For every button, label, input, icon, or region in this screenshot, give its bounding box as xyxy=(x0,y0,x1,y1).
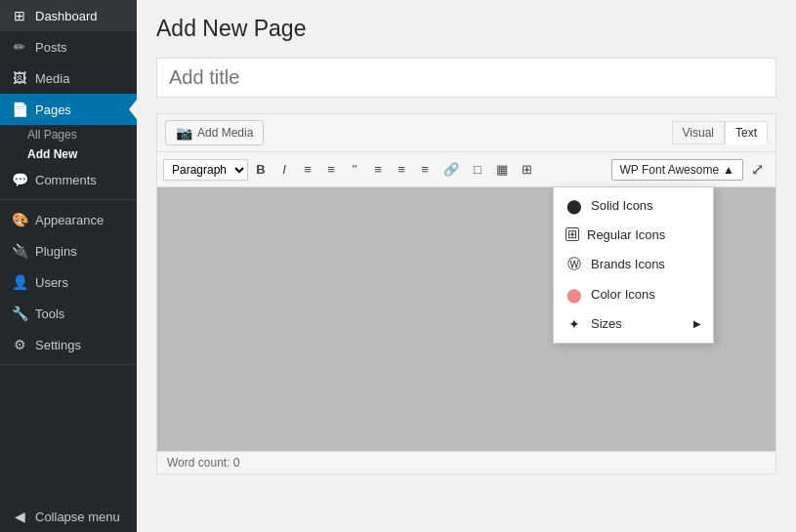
pages-icon: 📄 xyxy=(12,102,27,117)
sidebar-label-users: Users xyxy=(35,275,68,290)
color-icons-label: Color Icons xyxy=(591,287,655,302)
align-center-button[interactable]: ≡ xyxy=(391,158,412,181)
sidebar-item-pages[interactable]: 📄 Pages xyxy=(0,94,137,125)
sidebar-item-settings[interactable]: ⚙ Settings xyxy=(0,329,137,360)
regular-icons-icon: ⊞ xyxy=(566,227,579,241)
align-right-button[interactable]: ≡ xyxy=(414,158,436,181)
sidebar-item-tools[interactable]: 🔧 Tools xyxy=(0,298,137,329)
wp-fa-arrow-icon: ▲ xyxy=(723,163,734,177)
image-button[interactable]: □ xyxy=(467,158,488,181)
tab-visual-label: Visual xyxy=(683,126,714,140)
sidebar-sub-all-pages[interactable]: All Pages xyxy=(0,125,137,144)
toolbar: Paragraph B I ≡ ≡ " ≡ ≡ ≡ 🔗 □ ▦ ⊞ WP Fon… xyxy=(157,152,775,187)
settings-icon: ⚙ xyxy=(12,337,27,352)
more-button[interactable]: ⊞ xyxy=(516,158,538,181)
dropdown-item-regular-icons[interactable]: ⊞ Regular Icons xyxy=(554,221,713,249)
dashboard-icon: ⊞ xyxy=(12,8,27,23)
content-area: Add New Page 📷 Add Media Visual Text xyxy=(137,0,796,532)
color-icons-icon: ⬤ xyxy=(566,287,583,303)
blockquote-button[interactable]: " xyxy=(344,158,365,181)
posts-icon: ✏ xyxy=(12,39,27,55)
fullscreen-button[interactable]: ⤢ xyxy=(745,156,770,183)
editor-wrapper: 📷 Add Media Visual Text Paragraph B xyxy=(156,113,776,474)
sidebar-label-tools: Tools xyxy=(35,307,64,321)
add-media-button[interactable]: 📷 Add Media xyxy=(165,120,264,145)
brands-icons-label: Brands Icons xyxy=(591,257,665,271)
wp-font-awesome-button[interactable]: WP Font Awesome ▲ xyxy=(611,159,744,181)
sidebar-sub-label-add-new: Add New xyxy=(27,147,77,161)
ordered-list-button[interactable]: ≡ xyxy=(320,158,342,181)
users-icon: 👤 xyxy=(12,274,27,290)
regular-icons-label: Regular Icons xyxy=(587,227,665,242)
tab-text-label: Text xyxy=(735,126,757,140)
dropdown-item-color-icons[interactable]: ⬤ Color Icons xyxy=(554,280,713,309)
comments-icon: 💬 xyxy=(12,172,27,187)
sizes-icon: ✦ xyxy=(566,316,583,332)
sizes-label: Sizes xyxy=(591,316,622,331)
sidebar-label-appearance: Appearance xyxy=(35,213,104,227)
main-content: Add New Page 📷 Add Media Visual Text xyxy=(137,0,796,532)
sidebar-item-plugins[interactable]: 🔌 Plugins xyxy=(0,235,137,266)
sidebar-label-media: Media xyxy=(35,71,69,86)
sidebar-item-users[interactable]: 👤 Users xyxy=(0,266,137,298)
page-title-input[interactable] xyxy=(156,58,776,98)
sizes-arrow-icon: ▶ xyxy=(693,318,701,329)
solid-icons-icon: ⬤ xyxy=(566,198,583,214)
sidebar-item-media[interactable]: 🖼 Media xyxy=(0,62,137,94)
sidebar-label-settings: Settings xyxy=(35,338,81,352)
word-count-bar: Word count: 0 xyxy=(157,451,775,473)
brands-icons-icon: Ⓦ xyxy=(566,256,583,273)
sidebar-label-dashboard: Dashboard xyxy=(35,9,98,23)
plugins-icon: 🔌 xyxy=(12,243,27,259)
sidebar: ⊞ Dashboard ✏ Posts 🖼 Media 📄 Pages All … xyxy=(0,0,137,532)
sidebar-label-comments: Comments xyxy=(35,173,97,187)
wp-fa-container: WP Font Awesome ▲ ⬤ Solid Icons ⊞ Regula… xyxy=(611,159,744,181)
solid-icons-label: Solid Icons xyxy=(591,198,653,213)
italic-button[interactable]: I xyxy=(273,158,295,181)
paragraph-select[interactable]: Paragraph xyxy=(163,159,248,181)
tools-icon: 🔧 xyxy=(12,306,27,321)
sidebar-sub-label-all-pages: All Pages xyxy=(27,128,77,142)
add-media-icon: 📷 xyxy=(176,125,192,141)
tab-text[interactable]: Text xyxy=(725,121,768,144)
add-media-label: Add Media xyxy=(197,126,253,140)
sidebar-sub-add-new[interactable]: Add New xyxy=(0,144,137,164)
sidebar-item-comments[interactable]: 💬 Comments xyxy=(0,164,137,195)
dropdown-item-sizes[interactable]: ✦ Sizes ▶ xyxy=(554,309,713,339)
appearance-icon: 🎨 xyxy=(12,212,27,227)
media-row: 📷 Add Media Visual Text xyxy=(157,114,775,152)
link-button[interactable]: 🔗 xyxy=(438,158,465,181)
word-count-text: Word count: 0 xyxy=(167,456,239,470)
sidebar-item-dashboard[interactable]: ⊞ Dashboard xyxy=(0,0,137,31)
table-button[interactable]: ▦ xyxy=(490,158,514,181)
sidebar-collapse-label: Collapse menu xyxy=(35,510,120,524)
dropdown-item-brands-icons[interactable]: Ⓦ Brands Icons xyxy=(554,249,713,280)
media-icon: 🖼 xyxy=(12,70,27,86)
sidebar-collapse-menu[interactable]: ◀ Collapse menu xyxy=(0,501,137,532)
unordered-list-button[interactable]: ≡ xyxy=(297,158,318,181)
wp-fa-label: WP Font Awesome xyxy=(620,163,720,177)
collapse-icon: ◀ xyxy=(12,509,27,524)
sidebar-item-appearance[interactable]: 🎨 Appearance xyxy=(0,204,137,235)
align-left-button[interactable]: ≡ xyxy=(367,158,389,181)
bold-button[interactable]: B xyxy=(250,158,272,181)
editor-tabs: Visual Text xyxy=(672,121,768,144)
tab-visual[interactable]: Visual xyxy=(672,121,725,144)
sidebar-label-posts: Posts xyxy=(35,40,67,55)
wp-fa-dropdown: ⬤ Solid Icons ⊞ Regular Icons Ⓦ Brands I… xyxy=(553,186,714,344)
dropdown-item-solid-icons[interactable]: ⬤ Solid Icons xyxy=(554,191,713,221)
sidebar-label-plugins: Plugins xyxy=(35,244,77,259)
sidebar-item-posts[interactable]: ✏ Posts xyxy=(0,31,137,62)
sidebar-label-pages: Pages xyxy=(35,102,71,117)
page-title: Add New Page xyxy=(156,16,776,42)
